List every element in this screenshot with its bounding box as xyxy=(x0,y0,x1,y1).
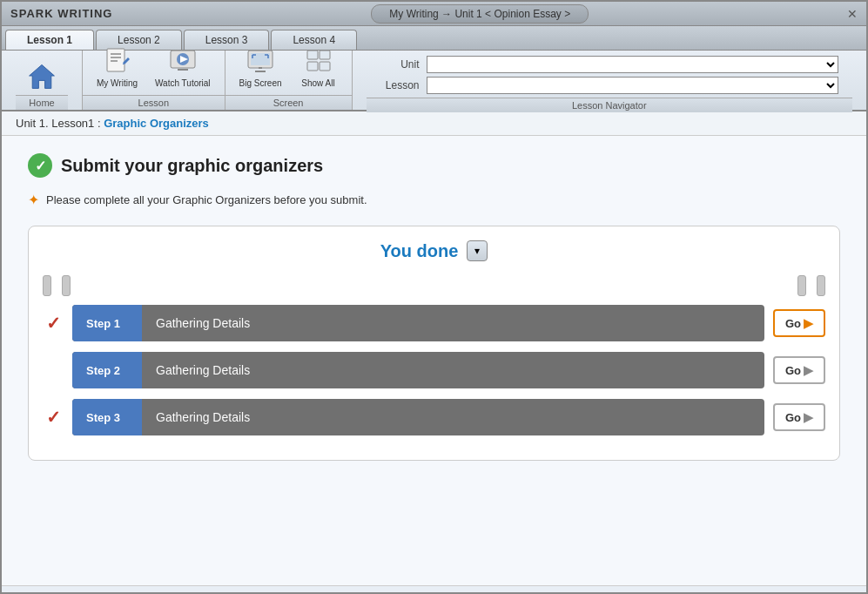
step-bar-2: Step 2 Gathering Details xyxy=(72,352,764,388)
screen-items: Big Screen Show All xyxy=(225,38,352,95)
step-check-1: ✓ xyxy=(43,313,64,334)
svg-rect-1 xyxy=(107,49,124,71)
svg-rect-19 xyxy=(307,51,318,59)
submit-check-icon: ✓ xyxy=(28,153,52,178)
binder-hole-1 xyxy=(43,275,51,296)
warning-text: Please complete all your Graphic Organiz… xyxy=(46,193,367,206)
show-all-button[interactable]: Show All xyxy=(293,42,345,91)
lesson-row: Lesson xyxy=(380,77,838,94)
title-bar: SPARK WRITING My Writing → Unit 1 < Opin… xyxy=(2,2,866,26)
step-label-1: Step 1 xyxy=(72,305,142,341)
home-section: Home xyxy=(2,51,83,110)
binder-holes-right xyxy=(797,275,825,296)
svg-rect-21 xyxy=(307,62,318,71)
step-title-3: Gathering Details xyxy=(142,410,764,424)
step-row-2: ✓ Step 2 Gathering Details Go ▶ xyxy=(43,352,825,388)
warning-row: ✦ Please complete all your Graphic Organ… xyxy=(28,192,840,208)
big-screen-button[interactable]: Big Screen xyxy=(232,42,289,91)
breadcrumb-text: Unit 1. Lesson1 : xyxy=(16,117,104,130)
step-title-1: Gathering Details xyxy=(142,316,764,330)
card-title: You done xyxy=(380,241,459,261)
tab-lesson1[interactable]: Lesson 1 xyxy=(5,30,94,50)
lesson-label2: Lesson xyxy=(380,79,420,91)
svg-rect-22 xyxy=(320,62,330,71)
my-writing-button[interactable]: My Writing xyxy=(90,42,145,91)
my-writing-label: My Writing xyxy=(97,78,138,88)
lesson-items: My Writing Watch Tutorial xyxy=(83,38,225,95)
svg-rect-20 xyxy=(320,51,330,59)
binder-hole-4 xyxy=(817,275,825,296)
close-button[interactable]: ✕ xyxy=(847,7,858,21)
step-bar-3: Step 3 Gathering Details xyxy=(72,399,764,435)
binder-row xyxy=(43,275,825,296)
card-header: You done ▾ xyxy=(43,240,825,261)
organizers-card: You done ▾ ✓ Step 1 Gathering Details Go xyxy=(28,226,840,461)
unit-select[interactable] xyxy=(427,56,838,73)
step-bar-1: Step 1 Gathering Details xyxy=(72,305,764,341)
nav-path: My Writing → Unit 1 < Opinion Essay > xyxy=(371,4,589,24)
toolbar: Home My Writing xyxy=(2,51,866,111)
breadcrumb-highlight: Graphic Organizers xyxy=(104,117,209,130)
step-check-3: ✓ xyxy=(43,407,64,428)
step-row-3: ✓ Step 3 Gathering Details Go ▶ xyxy=(43,399,825,435)
go-arrow-2: ▶ xyxy=(804,363,813,377)
warning-icon: ✦ xyxy=(28,192,39,208)
lesson-section: My Writing Watch Tutorial Lesson xyxy=(83,51,225,110)
binder-holes-left xyxy=(43,275,71,296)
breadcrumb: Unit 1. Lesson1 : Graphic Organizers xyxy=(2,111,866,136)
step-label-3: Step 3 xyxy=(72,399,142,435)
show-all-icon xyxy=(301,45,336,77)
watch-tutorial-button[interactable]: Watch Tutorial xyxy=(148,42,218,91)
bottom-bar: ◀ Previous ✓ Submit xyxy=(2,585,866,594)
unit-label: Unit xyxy=(380,58,420,71)
step-row-1: ✓ Step 1 Gathering Details Go ▶ xyxy=(43,305,825,341)
go-button-3[interactable]: Go ▶ xyxy=(773,403,825,431)
step-label-2: Step 2 xyxy=(72,352,142,388)
lesson-nav-section: Unit Lesson Lesson Navigator xyxy=(353,51,866,110)
lesson-select[interactable] xyxy=(427,77,838,94)
go-button-2[interactable]: Go ▶ xyxy=(773,356,825,384)
go-arrow-1: ▶ xyxy=(804,316,813,330)
home-button[interactable] xyxy=(16,57,68,95)
step-title-2: Gathering Details xyxy=(142,363,764,377)
lesson-label: Lesson xyxy=(83,95,225,110)
unit-row: Unit xyxy=(380,56,838,73)
big-screen-label: Big Screen xyxy=(239,78,282,88)
go-button-1[interactable]: Go ▶ xyxy=(773,309,825,337)
watch-tutorial-label: Watch Tutorial xyxy=(155,78,211,88)
home-icon-svg xyxy=(26,60,57,91)
home-label: Home xyxy=(16,95,68,110)
big-screen-icon xyxy=(243,45,278,77)
screen-section: Big Screen Show All Screen xyxy=(225,51,353,110)
binder-hole-2 xyxy=(62,275,71,296)
svg-marker-0 xyxy=(30,64,55,88)
card-dropdown-button[interactable]: ▾ xyxy=(467,240,488,261)
my-writing-icon xyxy=(100,45,135,77)
screen-label: Screen xyxy=(225,95,352,110)
go-arrow-3: ▶ xyxy=(804,410,813,424)
submit-title: Submit your graphic organizers xyxy=(61,156,323,176)
main-content: ✓ Submit your graphic organizers ✦ Pleas… xyxy=(2,136,866,585)
lesson-nav-label: Lesson Navigator xyxy=(367,98,852,112)
show-all-label: Show All xyxy=(301,78,334,88)
watch-tutorial-icon xyxy=(165,45,200,77)
submit-title-row: ✓ Submit your graphic organizers xyxy=(28,153,840,178)
binder-hole-3 xyxy=(797,275,806,296)
app-title: SPARK WRITING xyxy=(10,7,112,20)
home-icon xyxy=(24,60,59,91)
